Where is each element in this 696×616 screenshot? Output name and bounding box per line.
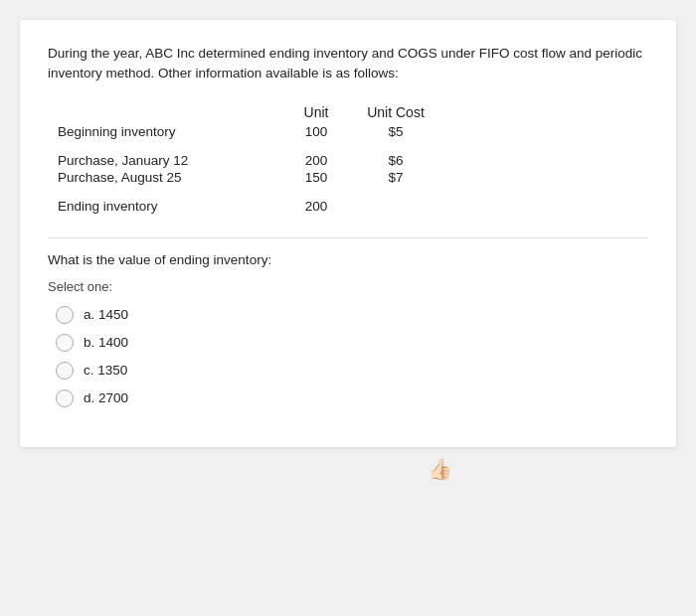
question-text: What is the value of ending inventory: (48, 252, 648, 267)
options-list: a. 1450 b. 1400 c. 1350 d. 2700 (56, 306, 648, 407)
option-a[interactable]: a. 1450 (56, 306, 648, 324)
radio-c[interactable] (56, 362, 74, 380)
unit-cost-label: Unit Cost (367, 104, 425, 120)
header-unit-cost: Unit Cost (356, 104, 435, 120)
table-row: Purchase, August 25 150 $7 (58, 170, 648, 185)
radio-b[interactable] (56, 334, 74, 352)
ending-inventory-row: Ending inventory 200 (58, 199, 648, 214)
row-cost-2: $7 (356, 170, 435, 185)
main-card: During the year, ABC Inc determined endi… (20, 20, 676, 447)
option-b[interactable]: b. 1400 (56, 334, 648, 352)
row-label-0: Beginning inventory (58, 124, 276, 139)
option-d[interactable]: d. 2700 (56, 389, 648, 407)
ending-unit: 200 (276, 199, 356, 214)
question-section: What is the value of ending inventory: S… (48, 237, 648, 407)
row-unit-0: 100 (276, 124, 356, 139)
option-b-label: b. 1400 (84, 335, 128, 350)
table-row: Beginning inventory 100 $5 (58, 124, 648, 139)
radio-a[interactable] (56, 306, 74, 324)
intro-paragraph: During the year, ABC Inc determined endi… (48, 44, 648, 84)
option-c-label: c. 1350 (84, 363, 127, 378)
table-row: Purchase, January 12 200 $6 (58, 153, 648, 168)
select-one-label: Select one: (48, 279, 648, 294)
radio-d[interactable] (56, 389, 74, 407)
row-unit-2: 150 (276, 170, 356, 185)
row-cost-0: $5 (356, 124, 435, 139)
ending-label: Ending inventory (58, 199, 276, 214)
row-cost-1: $6 (356, 153, 435, 168)
row-unit-1: 200 (276, 153, 356, 168)
option-a-label: a. 1450 (84, 307, 128, 322)
unit-label: Unit (304, 104, 329, 120)
row-label-1: Purchase, January 12 (58, 153, 276, 168)
inventory-table: Unit Unit Cost Beginning inventory 100 $… (58, 104, 648, 214)
row-label-2: Purchase, August 25 (58, 170, 276, 185)
header-unit: Unit (276, 104, 356, 120)
header-empty (58, 104, 276, 120)
cursor-icon: 👍🏻 (428, 457, 452, 481)
option-d-label: d. 2700 (84, 390, 128, 405)
option-c[interactable]: c. 1350 (56, 362, 648, 380)
table-header: Unit Unit Cost (58, 104, 648, 120)
